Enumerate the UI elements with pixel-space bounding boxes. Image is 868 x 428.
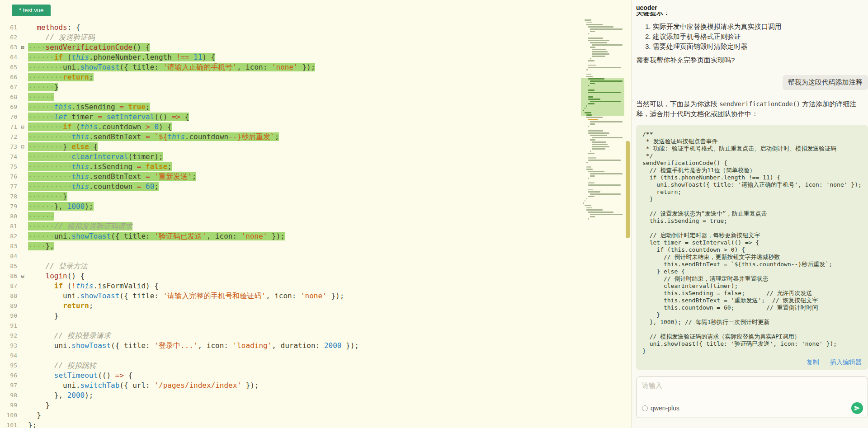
line-number: 83 [0, 241, 17, 251]
code-text: ······// 模拟发送验证码请求 [28, 221, 579, 231]
code-line[interactable]: 83····}, [0, 241, 579, 251]
fold-toggle-icon[interactable]: ⊟ [17, 122, 28, 132]
code-line[interactable]: 87 if (!this.isFormValid) { [0, 281, 579, 291]
fold-toggle-icon [17, 241, 28, 251]
line-number: 73 [0, 142, 17, 152]
code-line[interactable]: 72··········this.sendBtnText = `${this.c… [0, 132, 579, 142]
fold-toggle-icon [17, 390, 28, 400]
code-line[interactable]: 93 uni.showToast({ title: '登录中...', icon… [0, 341, 579, 351]
copy-button[interactable]: 复制 [807, 358, 819, 367]
scrollbar-thumb[interactable] [626, 141, 630, 238]
code-line[interactable]: 98 }, 2000); [0, 390, 579, 400]
code-line[interactable]: 82······uni.showToast({ title: '验证码已发送',… [0, 231, 579, 241]
line-number: 101 [0, 420, 17, 428]
editor-tabbar: * test.vue [0, 0, 631, 17]
fold-toggle-icon[interactable]: ⊟ [17, 271, 28, 281]
code-line[interactable]: 99 } [0, 400, 579, 410]
fold-toggle-icon [17, 102, 28, 112]
fold-toggle-icon [17, 132, 28, 142]
fold-toggle-icon [17, 381, 28, 390]
code-line[interactable]: 97 uni.switchTab({ url: '/pages/index/in… [0, 381, 579, 390]
line-number: 69 [0, 102, 17, 112]
code-line[interactable]: 89 return; [0, 301, 579, 311]
code-line[interactable]: 94 [0, 351, 579, 361]
fold-toggle-icon [17, 331, 28, 341]
code-lines: 61 methods: {62 // 发送验证码63⊟····sendVerif… [0, 23, 579, 428]
tab-test-vue[interactable]: * test.vue [12, 5, 51, 16]
line-number: 75 [0, 162, 17, 172]
code-line[interactable]: 70······let timer = setInterval(() => { [0, 112, 579, 122]
editor-scrollbar[interactable] [626, 17, 630, 428]
line-number: 91 [0, 321, 17, 331]
code-line[interactable]: 91 [0, 321, 579, 331]
code-text: ······ [28, 92, 579, 102]
code-line[interactable]: 66········return; [0, 72, 579, 82]
fold-toggle-icon [17, 261, 28, 271]
fold-toggle-icon [17, 301, 28, 311]
code-text: ····}, [28, 241, 579, 251]
code-line[interactable]: 76··········this.sendBtnText = '重新发送'; [0, 172, 579, 182]
line-number: 90 [0, 311, 17, 321]
line-number: 64 [0, 52, 17, 62]
code-text: // 发送验证码 [28, 33, 579, 42]
code-line[interactable]: 80······ [0, 212, 579, 221]
fold-toggle-icon [17, 410, 28, 420]
minimap[interactable] [581, 19, 624, 222]
line-number: 79 [0, 202, 17, 212]
code-line[interactable]: 79······}, 1000); [0, 202, 579, 212]
code-text: return; [28, 301, 579, 311]
code-line[interactable]: 63⊟····sendVerificationCode() { [0, 42, 579, 52]
code-line[interactable]: 88 uni.showToast({ title: '请输入完整的手机号和验证码… [0, 291, 579, 301]
code-line[interactable]: 75··········this.isSending = false; [0, 162, 579, 172]
line-number: 67 [0, 82, 17, 92]
line-number: 85 [0, 261, 17, 271]
code-line[interactable]: 90 } [0, 311, 579, 321]
code-line[interactable]: 96 setTimeout(() => { [0, 371, 579, 381]
code-text: login() { [28, 271, 579, 281]
code-text [28, 321, 579, 331]
tip-item: 2. 建议添加手机号格式正则验证 [645, 32, 868, 42]
fold-toggle-icon [17, 212, 28, 221]
code-line[interactable]: 77··········this.countdown = 60; [0, 182, 579, 192]
code-line[interactable]: 71⊟········if (this.countdown > 0) { [0, 122, 579, 132]
code-line[interactable]: 73⊟········} else { [0, 142, 579, 152]
code-line[interactable]: 62 // 发送验证码 [0, 33, 579, 42]
insert-editor-button[interactable]: 插入编辑器 [830, 358, 862, 367]
code-line[interactable]: 67······} [0, 82, 579, 92]
fold-toggle-icon[interactable]: ⊟ [17, 142, 28, 152]
fold-toggle-icon[interactable]: ⊟ [17, 42, 28, 52]
line-number: 100 [0, 410, 17, 420]
code-line[interactable]: 86⊟ login() { [0, 271, 579, 281]
code-line[interactable]: 68······ [0, 92, 579, 102]
code-line[interactable]: 69······this.isSending = true; [0, 102, 579, 112]
code-line[interactable]: 84 [0, 251, 579, 261]
code-line[interactable]: 65········uni.showToast({ title: '请输入正确的… [0, 62, 579, 72]
line-number: 87 [0, 281, 17, 291]
code-line[interactable]: 92 // 模拟登录请求 [0, 331, 579, 341]
code-line[interactable]: 85 // 登录方法 [0, 261, 579, 271]
code-text: uni.showToast({ title: '登录中...', icon: '… [28, 341, 579, 351]
line-number: 86 [0, 271, 17, 281]
model-selector[interactable]: qwen-plus [642, 404, 679, 412]
fold-toggle-icon [17, 162, 28, 172]
line-number: 80 [0, 212, 17, 221]
line-number: 66 [0, 72, 17, 82]
code-line[interactable]: 95 // 模拟跳转 [0, 361, 579, 371]
code-editor[interactable]: 61 methods: {62 // 发送验证码63⊟····sendVerif… [0, 17, 579, 428]
code-text: // 登录方法 [28, 261, 579, 271]
code-line[interactable]: 101}; [0, 420, 579, 428]
fold-toggle-icon [17, 221, 28, 231]
code-line[interactable]: 64······if (this.phoneNumber.length !== … [0, 52, 579, 62]
code-text: ········return; [28, 72, 579, 82]
code-line[interactable]: 100 } [0, 410, 579, 420]
line-number: 61 [0, 23, 17, 33]
code-line[interactable]: 78········} [0, 192, 579, 202]
code-line[interactable]: 61 methods: { [0, 23, 579, 33]
chat-input-box[interactable]: 请输入 qwen-plus [636, 376, 868, 418]
tab-label: * test.vue [19, 7, 43, 14]
code-text: if (!this.isFormValid) { [28, 281, 579, 291]
code-line[interactable]: 74··········clearInterval(timer); [0, 152, 579, 162]
send-button[interactable] [851, 402, 863, 414]
user-message-bubble: 帮我为这段代码添加注释 [783, 75, 868, 90]
code-line[interactable]: 81······// 模拟发送验证码请求 [0, 221, 579, 231]
